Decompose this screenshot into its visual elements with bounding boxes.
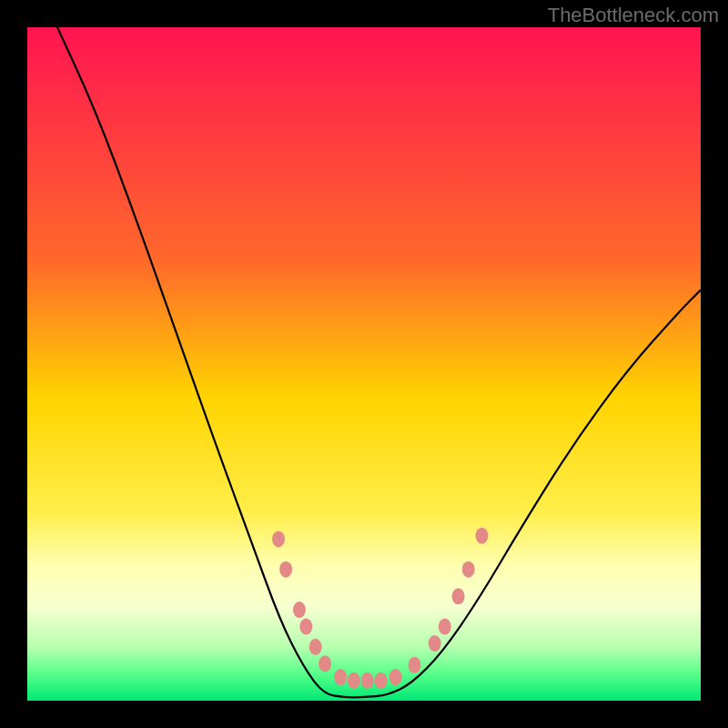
marker-dot bbox=[452, 588, 465, 604]
marker-dot bbox=[439, 619, 451, 635]
marker-dot bbox=[279, 561, 292, 578]
gradient-background bbox=[27, 27, 701, 701]
watermark-text: TheBottleneck.com bbox=[548, 4, 719, 27]
chart-frame: TheBottleneck.com bbox=[0, 0, 728, 728]
marker-dot bbox=[334, 669, 347, 685]
marker-dot bbox=[375, 672, 388, 689]
marker-dot bbox=[462, 561, 475, 578]
marker-dot bbox=[409, 657, 421, 673]
marker-dot bbox=[309, 639, 322, 655]
bottleneck-chart bbox=[27, 27, 701, 701]
marker-dot bbox=[299, 619, 312, 635]
marker-dot bbox=[476, 528, 489, 544]
marker-dot bbox=[272, 531, 285, 547]
marker-dot bbox=[429, 635, 441, 652]
marker-dot bbox=[318, 655, 331, 672]
marker-dot bbox=[389, 669, 402, 685]
marker-dot bbox=[348, 672, 360, 689]
marker-dot bbox=[293, 602, 306, 618]
marker-dot bbox=[361, 672, 374, 689]
plot-area bbox=[27, 27, 701, 701]
